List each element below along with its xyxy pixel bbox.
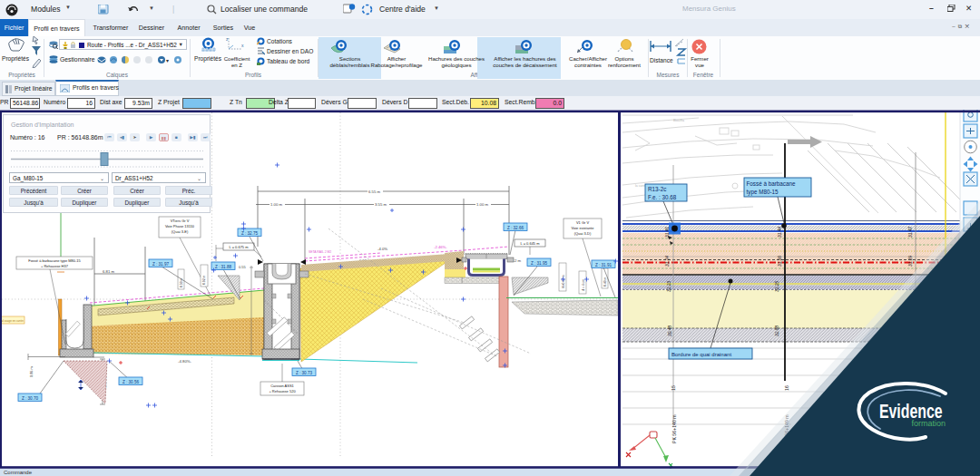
svg-text:32.88: 32.88	[775, 325, 779, 336]
svg-text:6.55 m: 6.55 m	[368, 189, 381, 194]
svg-text:-4.0%: -4.0%	[377, 247, 387, 251]
svg-text:PK 56+140 m: PK 56+140 m	[671, 414, 677, 443]
svg-text:F.e. : 30.68: F.e. : 30.68	[648, 194, 677, 200]
svg-text:Z : 30.56: Z : 30.56	[122, 380, 140, 384]
svg-text:30.48: 30.48	[668, 325, 672, 336]
svg-text:(Quai 3-D): (Quai 3-D)	[574, 231, 592, 236]
svg-text:0.86 m: 0.86 m	[30, 366, 34, 377]
svg-text:32.23: 32.23	[667, 281, 671, 292]
svg-text:SETA RAIL 2 M2: SETA RAIL 2 M2	[309, 250, 331, 254]
svg-text:VTiers Gr V: VTiers Gr V	[171, 219, 190, 223]
svg-text:x: x	[241, 43, 244, 48]
svg-text:-2.46%-: -2.46%-	[434, 245, 447, 249]
svg-text:L = 0.675 m: L = 0.675 m	[229, 245, 249, 249]
svg-text:PK 56+149 m: PK 56+149 m	[784, 414, 789, 443]
svg-text:31.29: 31.29	[908, 256, 913, 267]
svg-text:H=0.62 m: H=0.62 m	[562, 275, 565, 288]
svg-text:31.24: 31.24	[665, 256, 670, 267]
svg-text:Bouffa: Bouffa	[673, 118, 685, 122]
svg-text:▾: ▾	[166, 58, 169, 63]
svg-text:3.55 m: 3.55 m	[375, 202, 387, 207]
svg-text:Bordure de quai drainant: Bordure de quai drainant	[671, 352, 731, 357]
svg-text:0.55: 0.55	[239, 265, 247, 269]
svg-text:Caisson ASS1: Caisson ASS1	[270, 384, 294, 388]
svg-text:type M80-15: type M80-15	[747, 189, 779, 196]
svg-text:Z : 30.70: Z : 30.70	[22, 396, 39, 401]
svg-text:Z : 31.88: Z : 31.88	[215, 265, 232, 269]
svg-text:Fossé à barbacane: Fossé à barbacane	[747, 180, 796, 187]
svg-text:V1 Gr V: V1 Gr V	[576, 220, 590, 225]
svg-text:d = 4 cm: d = 4 cm	[582, 279, 585, 291]
svg-text:(Quai 3-E): (Quai 3-E)	[172, 229, 189, 234]
svg-text:Z : 32.66: Z : 32.66	[507, 226, 524, 230]
svg-text:Fossé à barbacane type M80-15: Fossé à barbacane type M80-15	[28, 258, 81, 263]
svg-text:6.81 m: 6.81 m	[103, 269, 115, 274]
svg-text:0.40 m: 0.40 m	[603, 277, 607, 287]
svg-text:Voie existante: Voie existante	[572, 226, 595, 230]
svg-text:1.00 m: 1.00 m	[270, 202, 283, 207]
svg-text:Z : 30.73: Z : 30.73	[296, 371, 313, 375]
svg-text:+ Rehausse H37: + Rehausse H37	[41, 264, 69, 268]
svg-text:R13-2c: R13-2c	[648, 186, 666, 192]
svg-text:-4.80%-: -4.80%-	[178, 359, 192, 364]
svg-text:Voie Phase 13110: Voie Phase 13110	[165, 224, 195, 228]
svg-text:al usage en cantin: al usage en cantin	[2, 319, 24, 323]
svg-text:0.92 m: 0.92 m	[202, 275, 206, 285]
svg-text:31.44: 31.44	[778, 227, 782, 238]
svg-text:Z : 31.91: Z : 31.91	[595, 263, 612, 267]
svg-text:32.25: 32.25	[775, 281, 779, 292]
svg-text:16: 16	[784, 385, 789, 391]
svg-text:15: 15	[671, 385, 676, 391]
svg-text:31.47: 31.47	[908, 227, 913, 238]
svg-text:1.00 m: 1.00 m	[476, 202, 489, 207]
svg-text:L = 0.645 m: L = 0.645 m	[520, 241, 540, 246]
svg-text:Z : 31.95: Z : 31.95	[531, 261, 548, 266]
svg-text:31.26: 31.26	[778, 256, 782, 267]
svg-text:Z : 32.75: Z : 32.75	[241, 231, 259, 236]
svg-text:Z : 31.97: Z : 31.97	[152, 262, 170, 267]
svg-text:+ Rehausse 520: + Rehausse 520	[269, 389, 296, 393]
